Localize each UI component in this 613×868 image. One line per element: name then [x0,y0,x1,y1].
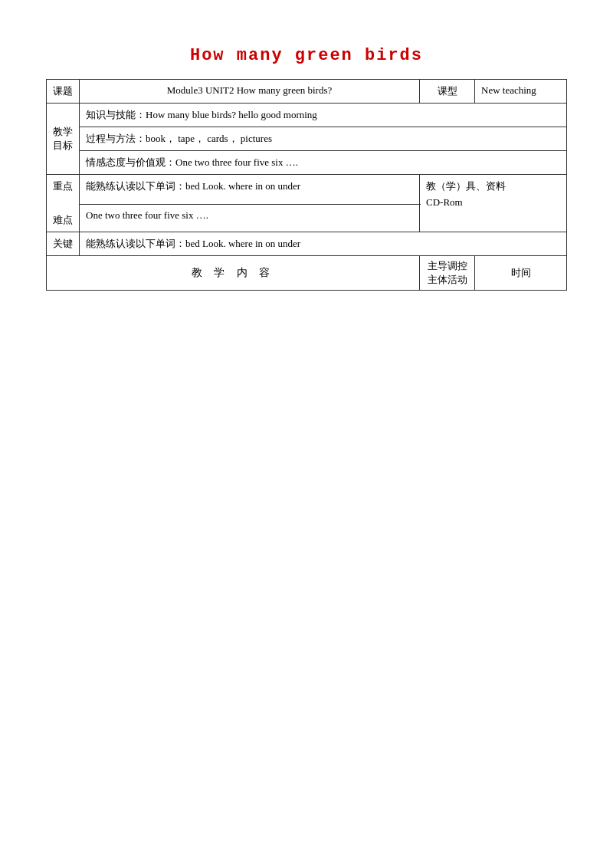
zhishi-row: 教学 目标 知识与技能：How many blue birds? hello g… [47,104,567,127]
guanjian-value: 能熟练认读以下单词：bed Look. where in on under [80,232,567,256]
keti-label: 课题 [47,80,80,104]
nandian-value: One two three four five six …. [80,204,420,232]
ketype-value: New teaching [475,80,567,104]
guanjian-label: 关键 [47,232,80,256]
zhongdian-nandian-label: 重点 难点 [47,175,80,232]
jiao-right-line1: 教（学）具、资料 [426,179,560,193]
jiaoxue-label-line2: 目标 [53,140,73,151]
guocheng-row: 过程与方法：book， tape， cards， pictures [47,127,567,151]
qinggan-row: 情感态度与价值观：One two three four five six …. [47,151,567,175]
guocheng-prefix: 过程与方法： [86,133,146,144]
ketype-label: 课型 [420,80,475,104]
zhishi-content: 知识与技能：How many blue birds? hello good mo… [80,104,567,127]
jiao-right-info: 教（学）具、资料 CD-Rom [420,175,567,232]
zhuti-label-text: 主体活动 [421,273,473,287]
jiao-right-line2: CD-Rom [426,196,560,209]
zhongdian-label: 重点 [53,179,73,193]
jiaoxue-label-line1: 教学 [53,126,73,137]
zhongdian-row: 重点 难点 能熟练认读以下单词：bed Look. where in on un… [47,175,567,205]
guocheng-content: 过程与方法：book， tape， cards， pictures [80,127,567,151]
jiaoxue-mubiao-label: 教学 目标 [47,104,80,175]
zhongdian-value: 能熟练认读以下单词：bed Look. where in on under [80,175,420,205]
keti-value: Module3 UNIT2 How many green birds? [80,80,420,104]
keti-row: 课题 Module3 UNIT2 How many green birds? 课… [47,80,567,104]
qinggan-content: 情感态度与价值观：One two three four five six …. [80,151,567,175]
guanjian-row: 关键 能熟练认读以下单词：bed Look. where in on under [47,232,567,256]
qinggan-prefix: 情感态度与价值观： [86,156,175,168]
zhishi-prefix: 知识与技能： [86,109,146,120]
shijian-label: 时间 [475,256,567,291]
zhudao-label-text: 主导调控 [421,259,473,273]
jiaoxue-neirong-row: 教 学 内 容 主导调控 主体活动 时间 [47,256,567,291]
nandian-label: 难点 [53,213,73,227]
page-title: How many green birds [46,46,567,65]
jiaoxue-neirong-cell: 教 学 内 容 [47,256,420,291]
qinggan-value: One two three four five six …. [175,156,298,168]
zhudao-label: 主导调控 主体活动 [420,256,475,291]
lesson-plan-table: 课题 Module3 UNIT2 How many green birds? 课… [46,79,567,291]
zhishi-value: How many blue birds? hello good morning [146,109,317,120]
guocheng-value: book， tape， cards， pictures [146,133,272,144]
